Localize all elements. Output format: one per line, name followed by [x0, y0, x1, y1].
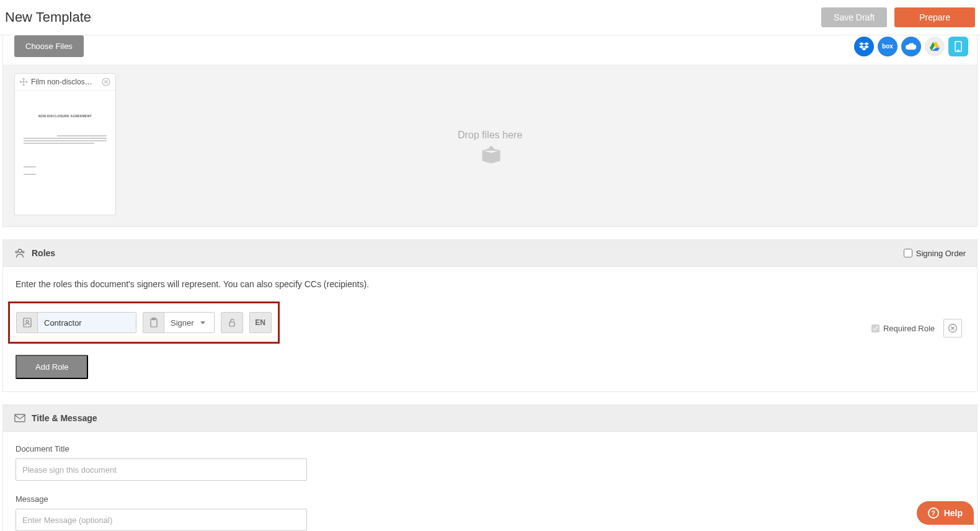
clipboard-icon: [143, 313, 164, 332]
chevron-down-icon: [200, 321, 205, 324]
message-label: Message: [16, 494, 964, 504]
drop-placeholder: Drop files here: [458, 130, 522, 162]
cloud-providers: box: [854, 37, 968, 56]
dropbox-placeholder-icon: [480, 145, 500, 162]
envelope-icon: [14, 413, 25, 424]
svg-rect-10: [229, 322, 234, 326]
title-message-title: Title & Message: [32, 413, 97, 423]
doc-title-input[interactable]: [16, 458, 307, 481]
file-card: Film non-disclos… NON-DISCLOSURE AGREEME…: [14, 73, 116, 215]
choose-files-button[interactable]: Choose Files: [14, 35, 84, 57]
header-actions: Save Draft Prepare: [821, 7, 975, 27]
roles-section: Roles Signing Order Enter the roles this…: [2, 239, 978, 392]
svg-point-7: [26, 320, 29, 323]
role-row: Signer EN: [16, 312, 272, 333]
device-icon[interactable]: [948, 37, 968, 56]
svg-point-3: [18, 249, 21, 252]
help-widget[interactable]: ? Help: [917, 501, 974, 525]
roles-title: Roles: [32, 248, 55, 258]
required-role-checkbox[interactable]: [871, 324, 880, 332]
role-lock-button[interactable]: [221, 312, 243, 333]
signing-order-checkbox[interactable]: [904, 249, 912, 257]
move-icon[interactable]: [20, 78, 27, 86]
svg-point-4: [16, 251, 17, 253]
required-role-toggle[interactable]: Required Role: [871, 324, 935, 333]
doc-title-label: Document Title: [16, 444, 964, 453]
upload-section: Choose Files box Film non-disclos…: [2, 35, 978, 227]
signing-order-toggle[interactable]: Signing Order: [904, 249, 966, 258]
prepare-button[interactable]: Prepare: [894, 7, 975, 27]
role-person-icon: [17, 313, 38, 332]
box-icon[interactable]: box: [878, 37, 898, 56]
role-row-highlight: Signer EN: [8, 301, 280, 344]
drop-zone[interactable]: Film non-disclos… NON-DISCLOSURE AGREEME…: [3, 65, 977, 226]
file-preview: NON-DISCLOSURE AGREEMENT: [15, 91, 115, 215]
file-name: Film non-disclos…: [31, 78, 102, 86]
gdrive-icon[interactable]: [925, 37, 945, 56]
dropbox-icon[interactable]: [854, 37, 874, 56]
svg-rect-12: [15, 414, 25, 422]
page-header: New Template Save Draft Prepare: [0, 0, 980, 35]
svg-point-5: [22, 251, 24, 253]
remove-file-icon[interactable]: [102, 78, 110, 86]
add-role-button[interactable]: Add Role: [16, 355, 88, 379]
remove-role-button[interactable]: [943, 319, 962, 337]
save-draft-button[interactable]: Save Draft: [821, 7, 887, 27]
help-icon: ?: [928, 507, 939, 519]
roles-intro: Enter the roles this document's signers …: [16, 279, 964, 289]
onedrive-icon[interactable]: [901, 37, 921, 56]
roles-icon: [14, 248, 25, 259]
role-language-button[interactable]: EN: [249, 312, 272, 333]
role-type-select[interactable]: Signer: [164, 313, 214, 332]
page-title: New Template: [5, 9, 91, 25]
message-input[interactable]: [16, 509, 307, 531]
title-message-section: Title & Message Document Title Message: [2, 404, 978, 531]
role-name-input[interactable]: [38, 313, 136, 332]
